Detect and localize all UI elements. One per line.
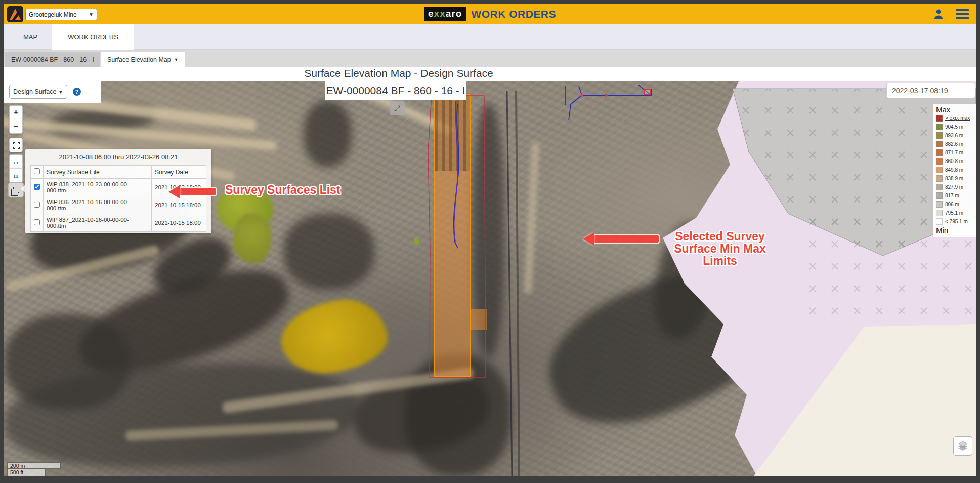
page-subtitle: EW-0000084 BF - 860 - 16 - I: [325, 81, 466, 100]
app-header: Grootegeluk Mine ▼ exxaro WORK ORDERS: [4, 4, 976, 24]
column-header-file: Survey Surface File: [44, 166, 152, 179]
legend-label: 904.5 m: [945, 124, 963, 130]
exxaro-logo: exxaro: [424, 7, 466, 21]
table-row[interactable]: WIP 837_2021-10-16-00-00-00-000.ttm 2021…: [31, 214, 206, 232]
legend-swatch: [936, 124, 943, 130]
legend-swatch: [936, 167, 943, 173]
survey-date-cell: 2021-10-15 18:00: [152, 214, 206, 232]
zoom-control: + −: [9, 105, 23, 134]
zoom-out-button[interactable]: −: [10, 119, 22, 133]
legend-label: 849.8 m: [945, 167, 963, 173]
survey-row-checkbox[interactable]: [34, 184, 40, 190]
legend-swatch: [936, 218, 943, 225]
table-header-row: Survey Surface File Survey Date: [31, 166, 206, 179]
tab-map[interactable]: MAP: [14, 24, 47, 50]
legend-entry: 904.5 m: [936, 123, 973, 131]
copy-layers-icon: [13, 187, 19, 193]
fullscreen-icon: [13, 142, 20, 149]
legend-entry: 882.6 m: [936, 140, 973, 148]
app-logo-icon: [7, 6, 23, 22]
annotation-arrow-left: [180, 188, 216, 195]
legend-swatch: [936, 141, 943, 147]
mine-select[interactable]: Grootegeluk Mine ▼: [25, 9, 97, 20]
legend-label: 827.9 m: [945, 184, 963, 190]
fullscreen-control: [9, 138, 23, 152]
legend-swatch: [936, 115, 943, 122]
collapse-control[interactable]: ⤢: [390, 101, 405, 115]
app-window: Grootegeluk Mine ▼ exxaro WORK ORDERS MA…: [4, 4, 976, 476]
datetime-input[interactable]: 2022-03-17 08:19: [886, 83, 975, 98]
column-header-date: Survey Date: [152, 166, 206, 179]
measure-control: ↔ m: [9, 154, 23, 183]
mine-select-value: Grootegeluk Mine: [29, 11, 77, 18]
measure-distance-button[interactable]: ↔: [10, 155, 22, 169]
annotation-surfaces-list: Survey Surfaces List: [225, 184, 340, 196]
annotation-arrow-limits: [594, 235, 659, 243]
legend-swatch: [936, 184, 943, 190]
legend-label: 817 m: [945, 193, 959, 198]
legend-entry: 871.7 m: [936, 148, 973, 157]
survey-file-cell: WIP 836_2021-10-16-00-00-00-000.ttm: [44, 196, 152, 214]
chevron-down-icon: ▼: [174, 57, 179, 62]
survey-date-cell: 2021-10-15 18:00: [152, 196, 206, 214]
menu-icon[interactable]: [956, 7, 969, 21]
legend-swatch: [936, 175, 943, 182]
legend-entry: 827.9 m: [936, 183, 973, 191]
layers-icon: [956, 439, 969, 453]
legend-label: 882.6 m: [945, 141, 963, 147]
design-node-dot: [580, 94, 583, 97]
survey-row-checkbox[interactable]: [34, 202, 40, 208]
annotation-limits: Selected Survey Surface Min Max Limits: [659, 230, 781, 267]
legend-label: 860.8 m: [945, 158, 963, 164]
legend-label: > exp. max: [945, 115, 970, 121]
elevation-legend: Max > exp. max 904.5 m 893.6 m 882.6 m 8…: [933, 104, 976, 237]
legend-entry: > exp. max: [936, 114, 973, 123]
zoom-in-button[interactable]: +: [10, 106, 22, 119]
main-tabs: MAP WORK ORDERS: [4, 24, 976, 50]
measure-unit-button[interactable]: m: [10, 169, 22, 182]
tab-work-order-id[interactable]: EW-0000084 BF - 860 - 16 - I: [5, 52, 100, 67]
view-dropdown[interactable]: Surface Elevation Map▼: [101, 52, 185, 67]
chevron-down-icon: ▼: [89, 12, 94, 17]
legend-min-label: Min: [936, 226, 973, 234]
legend-swatch: [936, 149, 943, 156]
surface-type-select[interactable]: Design Surface▼: [9, 85, 67, 99]
design-polylines: [454, 85, 651, 248]
tab-work-orders[interactable]: WORK ORDERS: [52, 24, 134, 50]
title-band: Surface Elevation Map - Design Surface: [4, 67, 976, 81]
user-icon[interactable]: [932, 8, 945, 20]
layers-button[interactable]: [953, 436, 972, 456]
legend-label: 893.6 m: [945, 133, 963, 138]
select-all-checkbox[interactable]: [34, 168, 40, 174]
map-canvas[interactable]: EW-0000084 BF - 860 - 16 - I Design Surf…: [4, 81, 976, 476]
survey-file-cell: WIP 837_2021-10-16-00-00-00-000.ttm: [44, 214, 152, 232]
design-node-square: [645, 89, 650, 95]
survey-row-checkbox[interactable]: [34, 219, 40, 225]
select-all-cell: [31, 166, 44, 179]
legend-label: 871.7 m: [945, 150, 963, 155]
app-title: WORK ORDERS: [471, 8, 556, 20]
scale-imperial: 500 ft: [7, 469, 46, 476]
legend-label: 795.1 m: [945, 210, 963, 216]
legend-swatch: [936, 132, 943, 139]
legend-label: 838.9 m: [945, 176, 963, 181]
panel-pointer: [21, 185, 25, 193]
legend-entry: < 795.1 m: [936, 217, 973, 226]
legend-label: 806 m: [945, 202, 959, 207]
legend-entry: 795.1 m: [936, 209, 973, 217]
fullscreen-button[interactable]: [10, 138, 22, 152]
map-scale: 200 m 500 ft: [7, 462, 61, 476]
survey-surfaces-table: Survey Surface File Survey Date WIP 838_…: [30, 165, 206, 232]
sub-tabs: EW-0000084 BF - 860 - 16 - I Surface Ele…: [4, 50, 976, 67]
legend-entry: 806 m: [936, 200, 973, 209]
scale-metric: 200 m: [7, 462, 61, 469]
legend-swatch: [936, 158, 943, 165]
survey-panel-date-range: 2021-10-08 06:00 thru 2022-03-26 08:21: [25, 149, 211, 164]
map-vector-overlay: [4, 81, 976, 476]
legend-entry: 817 m: [936, 191, 973, 200]
design-node-dot: [605, 94, 608, 97]
help-icon[interactable]: ?: [73, 88, 81, 96]
legend-entry: 893.6 m: [936, 131, 973, 140]
survey-file-cell: WIP 838_2021-10-23-00-00-00-000.ttm: [44, 179, 152, 196]
table-row[interactable]: WIP 836_2021-10-16-00-00-00-000.ttm 2021…: [31, 196, 206, 214]
